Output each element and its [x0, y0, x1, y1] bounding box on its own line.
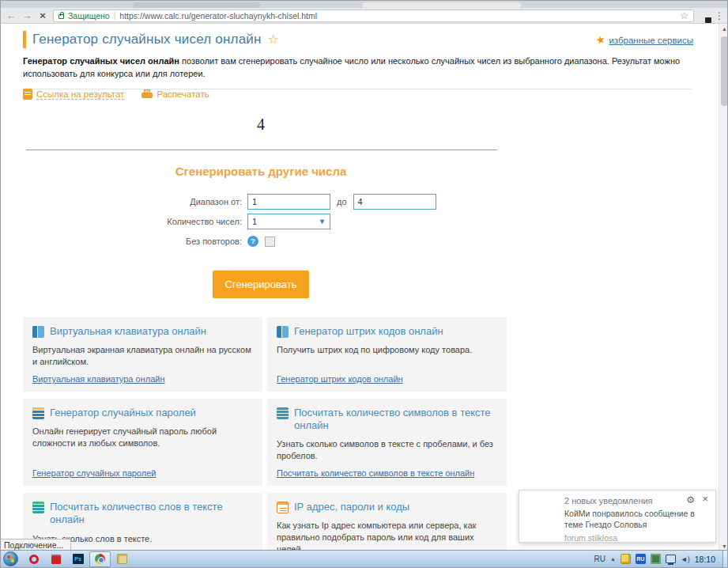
help-icon[interactable]: ?	[247, 236, 258, 247]
service-card-barcode: Генератор штрих кодов онлайн Получить шт…	[267, 317, 507, 392]
service-card-head[interactable]: Генератор случайных паролей	[32, 407, 253, 419]
notification-source: forum.stilklosa	[564, 533, 709, 543]
service-title[interactable]: Генератор случайных паролей	[50, 407, 196, 419]
opera-icon	[29, 555, 39, 564]
page-viewport: Генератор случайных чисел онлайн☆ ★ избр…	[1, 24, 728, 551]
bookmark-star-icon[interactable]: ☆	[680, 10, 688, 21]
related-services-grid: Виртуальная клавиатура онлайн Виртуальна…	[23, 317, 507, 568]
print-label[interactable]: Распечатать	[157, 89, 209, 99]
intro-bold: Генератор случайных чисел онлайн	[23, 56, 179, 66]
range-label: Диапазон от:	[1, 197, 247, 206]
favorite-star-icon[interactable]: ☆	[268, 32, 280, 46]
network-icon[interactable]	[666, 555, 676, 563]
page-title-text: Генератор случайных чисел онлайн	[32, 32, 262, 47]
start-button[interactable]	[3, 551, 18, 566]
show-desktop-button[interactable]	[722, 551, 728, 568]
taskbar-opera[interactable]	[23, 551, 44, 567]
extension-icon[interactable]	[699, 10, 710, 21]
count-select[interactable]: 1 ▼	[247, 214, 330, 229]
service-title[interactable]: IP адрес, пароли и коды	[294, 501, 409, 513]
vertical-scrollbar[interactable]: ▲ ▼	[719, 24, 728, 551]
system-tray: RU ▲ RU ◄) 18:10	[594, 554, 719, 564]
range-from-input[interactable]	[247, 194, 330, 210]
padlock-icon	[58, 14, 64, 19]
generate-button[interactable]: Сгенерировать	[213, 271, 309, 298]
stop-icon[interactable]: ×	[37, 10, 48, 21]
windows-taskbar: Ps RU ▲ RU ◄) 18:10	[1, 550, 728, 567]
norepeat-checkbox[interactable]	[265, 237, 275, 247]
range-to-input[interactable]	[353, 194, 436, 210]
notification-body[interactable]: КойМи понравилось сообщение в теме Гнезд…	[564, 509, 709, 530]
service-card-head[interactable]: IP адрес, пароли и коды	[277, 501, 497, 513]
favorites-widget: ★ избранные сервисы	[596, 34, 693, 46]
link-to-result-label[interactable]: Ссылка на результат	[36, 89, 124, 100]
ip-list-icon	[277, 502, 289, 513]
scrollbar-thumb[interactable]	[721, 36, 728, 106]
forward-icon[interactable]: →	[21, 10, 32, 21]
address-separator: |	[114, 11, 116, 20]
notification-popup: ⚙ × 2 новых уведомления КойМи понравилос…	[519, 490, 716, 543]
service-link[interactable]: Посчитать количество символов в тексте о…	[277, 462, 497, 478]
scroll-up-icon[interactable]: ▲	[719, 24, 728, 34]
service-title[interactable]: Посчитать количество символов в тексте о…	[294, 407, 497, 433]
favorites-link[interactable]: избранные сервисы	[609, 36, 693, 45]
service-description: Получить штрих код по цифровому коду тов…	[277, 344, 497, 356]
result-divider	[26, 150, 497, 150]
service-card-head[interactable]: Генератор штрих кодов онлайн	[277, 325, 497, 338]
close-icon[interactable]: ×	[702, 493, 708, 505]
tray-yellow-icon[interactable]	[620, 554, 631, 564]
taskbar-photoshop[interactable]: Ps	[67, 551, 89, 567]
service-description: Узнать сколько символов в тексте с пробе…	[277, 438, 497, 462]
service-card-head[interactable]: Посчитать количество символов в тексте о…	[277, 407, 497, 433]
count-select-value: 1	[252, 217, 257, 226]
service-link[interactable]: Генератор случайных паролей	[32, 462, 253, 478]
url-text[interactable]: https://www.calc.ru/generator-sluchaynyk…	[119, 11, 676, 21]
service-title[interactable]: Виртуальная клавиатура онлайн	[50, 325, 206, 338]
browser-menu-icon[interactable]: ⋮	[715, 10, 724, 21]
language-indicator[interactable]: RU	[594, 555, 605, 563]
count-row: Количество чисел: 1 ▼	[1, 213, 521, 230]
title-accent-bar	[23, 31, 26, 48]
print-action[interactable]: Распечатать	[141, 89, 209, 99]
result-actions: Ссылка на результат Распечатать	[23, 89, 209, 100]
service-description: Онлайн генерирует случайный пароль любой…	[32, 426, 253, 449]
generator-form: Диапазон от: до Количество чисел: 1 ▼ Бе…	[1, 193, 521, 252]
service-card-head[interactable]: Виртуальная клавиатура онлайн	[32, 325, 253, 338]
generated-number: 4	[1, 115, 521, 134]
taskbar-chrome[interactable]	[89, 551, 111, 567]
taskbar-app-other[interactable]	[111, 551, 133, 567]
app-icon	[117, 554, 127, 564]
range-to-label: до	[337, 197, 347, 206]
browser-tab-active[interactable]	[363, 2, 521, 8]
service-card-head[interactable]: Посчитать количество слов в тексте онлай…	[32, 501, 253, 527]
characters-table-icon	[277, 407, 289, 419]
browser-tab-inactive[interactable]	[134, 2, 260, 8]
norepeat-row: Без повторов: ?	[1, 233, 521, 250]
gear-icon[interactable]: ⚙	[686, 494, 695, 506]
service-link[interactable]: Виртуальная клавиатура онлайн	[32, 368, 253, 384]
back-icon[interactable]: ←	[6, 10, 17, 21]
desktop-screen: ← → × Защищено | https://www.calc.ru/gen…	[0, 0, 728, 568]
service-description: Виртуальная экранная клавиатура онлайн н…	[32, 344, 253, 368]
punto-switcher-icon[interactable]: RU	[636, 554, 646, 564]
chrome-icon	[95, 554, 105, 564]
service-title[interactable]: Генератор штрих кодов онлайн	[294, 325, 443, 338]
keyboard-table-icon	[32, 326, 44, 338]
speaker-icon[interactable]: ◄)	[681, 555, 690, 563]
extension-badge	[705, 17, 711, 23]
link-to-result-action[interactable]: Ссылка на результат	[23, 89, 124, 100]
tab-strip	[1, 1, 728, 8]
secure-label: Защищено	[68, 11, 110, 21]
service-card-virtual-keyboard: Виртуальная клавиатура онлайн Виртуальна…	[23, 317, 262, 392]
clock[interactable]: 18:10	[695, 555, 715, 564]
service-title[interactable]: Посчитать количество слов в тексте онлай…	[50, 501, 253, 527]
tray-green-icon[interactable]	[651, 554, 661, 564]
words-table-icon	[32, 502, 44, 513]
intro-paragraph: Генератор случайных чисел онлайн позволи…	[23, 55, 692, 89]
tray-expand-icon[interactable]: ▲	[610, 556, 616, 562]
generator-heading: Сгенерировать другие числа	[1, 165, 521, 178]
taskbar-app-disk[interactable]	[45, 551, 66, 567]
service-card-char-count: Посчитать количество символов в тексте о…	[267, 399, 507, 486]
service-link[interactable]: Генератор штрих кодов онлайн	[277, 368, 497, 384]
address-bar[interactable]: Защищено | https://www.calc.ru/generator…	[53, 9, 694, 22]
